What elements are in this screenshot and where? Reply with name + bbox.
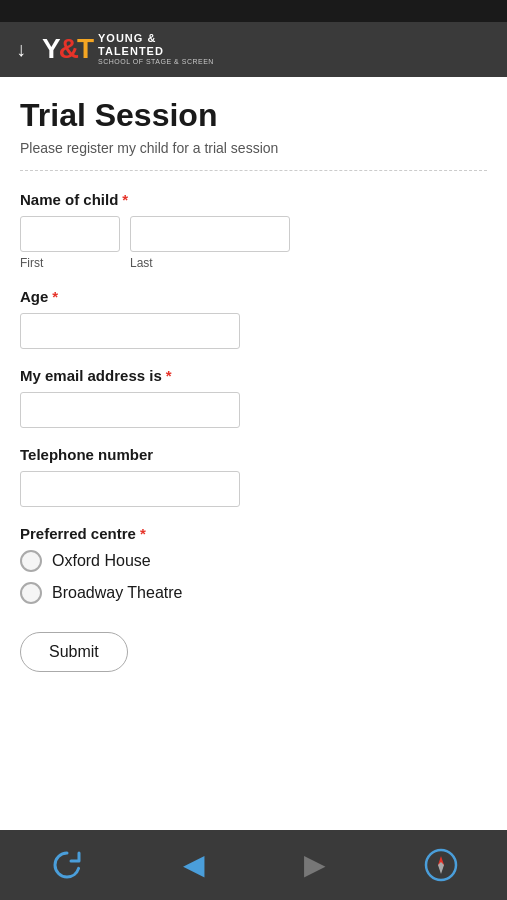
radio-oxford-circle[interactable] (20, 550, 42, 572)
age-label: Age * (20, 288, 487, 305)
name-inputs-row (20, 216, 487, 252)
email-input[interactable] (20, 392, 240, 428)
age-section: Age * (20, 288, 487, 349)
app-logo: Y&T YOUNG & TALENTED SCHOOL OF STAGE & S… (42, 32, 214, 67)
email-section: My email address is * (20, 367, 487, 428)
app-header: ↓ Y&T YOUNG & TALENTED SCHOOL OF STAGE &… (0, 22, 507, 77)
logo-ampersand: & (59, 33, 77, 64)
email-label: My email address is * (20, 367, 487, 384)
required-star: * (122, 191, 128, 208)
forward-icon: ▶ (304, 851, 326, 879)
phone-label: Telephone number (20, 446, 487, 463)
page-title: Trial Session (20, 97, 487, 134)
forward-button[interactable]: ▶ (304, 851, 326, 879)
bottom-nav: ◀ ▶ (0, 830, 507, 900)
logo-text: YOUNG & TALENTED SCHOOL OF STAGE & SCREE… (98, 32, 214, 67)
radio-broadway[interactable]: Broadway Theatre (20, 582, 487, 604)
back-button[interactable]: ◀ (183, 851, 205, 879)
child-name-label: Name of child * (20, 191, 487, 208)
down-arrow-icon[interactable]: ↓ (16, 38, 26, 61)
phone-section: Telephone number (20, 446, 487, 507)
submit-button[interactable]: Submit (20, 632, 128, 672)
logo-yt-letters: Y&T (42, 35, 92, 63)
centre-label: Preferred centre * (20, 525, 487, 542)
compass-icon (424, 848, 458, 882)
refresh-icon (49, 847, 85, 883)
logo-line2: TALENTED (98, 45, 214, 58)
name-labels-row: First Last (20, 256, 487, 270)
divider (20, 170, 487, 171)
logo-t: T (77, 33, 92, 64)
logo-subtext: SCHOOL OF STAGE & SCREEN (98, 58, 214, 66)
main-content: Trial Session Please register my child f… (0, 77, 507, 672)
radio-oxford-label: Oxford House (52, 552, 151, 570)
refresh-button[interactable] (49, 847, 85, 883)
centre-section: Preferred centre * Oxford House Broadway… (20, 525, 487, 604)
email-required-star: * (166, 367, 172, 384)
phone-input[interactable] (20, 471, 240, 507)
logo-y: Y (42, 33, 59, 64)
radio-broadway-circle[interactable] (20, 582, 42, 604)
status-bar (0, 0, 507, 22)
first-name-input[interactable] (20, 216, 120, 252)
centre-required-star: * (140, 525, 146, 542)
age-input[interactable] (20, 313, 240, 349)
page-subtitle: Please register my child for a trial ses… (20, 140, 487, 156)
back-icon: ◀ (183, 851, 205, 879)
age-required-star: * (52, 288, 58, 305)
logo-line1: YOUNG & (98, 32, 214, 45)
radio-broadway-label: Broadway Theatre (52, 584, 182, 602)
first-name-label: First (20, 256, 120, 270)
radio-oxford[interactable]: Oxford House (20, 550, 487, 572)
last-name-input[interactable] (130, 216, 290, 252)
last-name-label: Last (130, 256, 290, 270)
child-name-section: Name of child * First Last (20, 191, 487, 270)
compass-button[interactable] (424, 848, 458, 882)
